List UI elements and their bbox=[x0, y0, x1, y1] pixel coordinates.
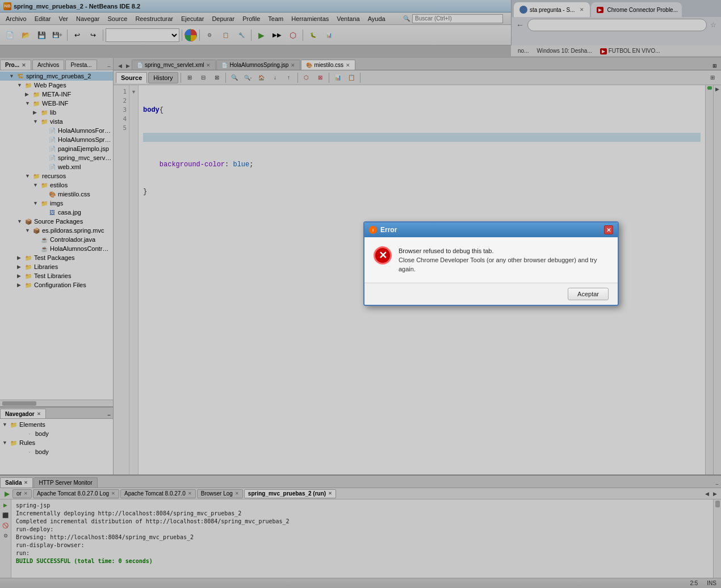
dialog-msg-line1: Browser refused to debug this tab. bbox=[399, 246, 609, 255]
dialog-body: ✕ Browser refused to debug this tab. Clo… bbox=[364, 237, 618, 283]
dialog-title-icon: i bbox=[369, 226, 377, 234]
dialog-footer: Aceptar bbox=[364, 283, 618, 305]
dialog-message: Browser refused to debug this tab. Close… bbox=[399, 246, 609, 274]
error-dialog: i Error ✕ ✕ Browser refused to debug thi… bbox=[363, 221, 619, 306]
dialog-aceptar-btn[interactable]: Aceptar bbox=[568, 288, 609, 300]
dialog-title-bar: i Error ✕ bbox=[364, 222, 618, 237]
dialog-title-label: Error bbox=[380, 226, 397, 234]
dialog-error-icon: ✕ bbox=[374, 246, 392, 264]
dialog-close-btn[interactable]: ✕ bbox=[604, 225, 613, 234]
dialog-overlay: i Error ✕ ✕ Browser refused to debug thi… bbox=[0, 0, 721, 588]
dialog-msg-line2: Close Chrome Developer Tools (or any oth… bbox=[399, 255, 609, 274]
